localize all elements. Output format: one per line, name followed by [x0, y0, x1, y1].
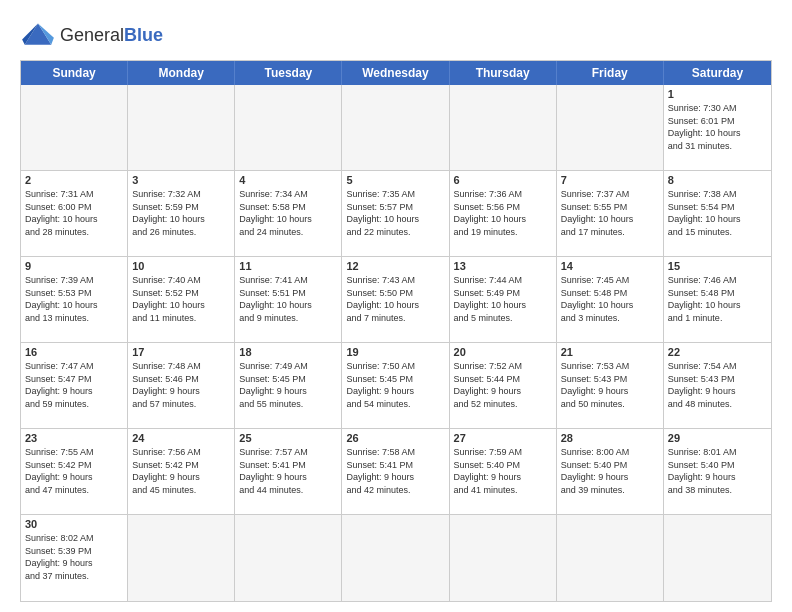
calendar-cell-r3c1: 17Sunrise: 7:48 AM Sunset: 5:46 PM Dayli… — [128, 343, 235, 428]
sun-info: Sunrise: 7:48 AM Sunset: 5:46 PM Dayligh… — [132, 360, 230, 410]
day-number: 23 — [25, 432, 123, 444]
day-number: 1 — [668, 88, 767, 100]
sun-info: Sunrise: 7:32 AM Sunset: 5:59 PM Dayligh… — [132, 188, 230, 238]
day-number: 14 — [561, 260, 659, 272]
calendar-cell-r5c6 — [664, 515, 771, 601]
weekday-header-monday: Monday — [128, 61, 235, 85]
sun-info: Sunrise: 8:02 AM Sunset: 5:39 PM Dayligh… — [25, 532, 123, 582]
calendar-body: 1Sunrise: 7:30 AM Sunset: 6:01 PM Daylig… — [21, 85, 771, 601]
calendar-cell-r2c0: 9Sunrise: 7:39 AM Sunset: 5:53 PM Daylig… — [21, 257, 128, 342]
calendar-cell-r3c0: 16Sunrise: 7:47 AM Sunset: 5:47 PM Dayli… — [21, 343, 128, 428]
day-number: 5 — [346, 174, 444, 186]
day-number: 16 — [25, 346, 123, 358]
calendar-cell-r4c6: 29Sunrise: 8:01 AM Sunset: 5:40 PM Dayli… — [664, 429, 771, 514]
weekday-header-wednesday: Wednesday — [342, 61, 449, 85]
calendar-cell-r1c1: 3Sunrise: 7:32 AM Sunset: 5:59 PM Daylig… — [128, 171, 235, 256]
calendar-cell-r3c5: 21Sunrise: 7:53 AM Sunset: 5:43 PM Dayli… — [557, 343, 664, 428]
day-number: 15 — [668, 260, 767, 272]
calendar-cell-r0c0 — [21, 85, 128, 170]
calendar-cell-r1c0: 2Sunrise: 7:31 AM Sunset: 6:00 PM Daylig… — [21, 171, 128, 256]
day-number: 8 — [668, 174, 767, 186]
calendar-cell-r4c3: 26Sunrise: 7:58 AM Sunset: 5:41 PM Dayli… — [342, 429, 449, 514]
sun-info: Sunrise: 7:30 AM Sunset: 6:01 PM Dayligh… — [668, 102, 767, 152]
calendar-cell-r4c2: 25Sunrise: 7:57 AM Sunset: 5:41 PM Dayli… — [235, 429, 342, 514]
sun-info: Sunrise: 8:00 AM Sunset: 5:40 PM Dayligh… — [561, 446, 659, 496]
calendar-cell-r0c6: 1Sunrise: 7:30 AM Sunset: 6:01 PM Daylig… — [664, 85, 771, 170]
calendar-cell-r0c1 — [128, 85, 235, 170]
calendar-cell-r2c1: 10Sunrise: 7:40 AM Sunset: 5:52 PM Dayli… — [128, 257, 235, 342]
day-number: 20 — [454, 346, 552, 358]
day-number: 21 — [561, 346, 659, 358]
sun-info: Sunrise: 7:38 AM Sunset: 5:54 PM Dayligh… — [668, 188, 767, 238]
calendar-row-0: 1Sunrise: 7:30 AM Sunset: 6:01 PM Daylig… — [21, 85, 771, 171]
sun-info: Sunrise: 7:40 AM Sunset: 5:52 PM Dayligh… — [132, 274, 230, 324]
day-number: 24 — [132, 432, 230, 444]
calendar-cell-r3c3: 19Sunrise: 7:50 AM Sunset: 5:45 PM Dayli… — [342, 343, 449, 428]
calendar-cell-r5c1 — [128, 515, 235, 601]
calendar-cell-r0c4 — [450, 85, 557, 170]
calendar-cell-r3c2: 18Sunrise: 7:49 AM Sunset: 5:45 PM Dayli… — [235, 343, 342, 428]
calendar-cell-r4c1: 24Sunrise: 7:56 AM Sunset: 5:42 PM Dayli… — [128, 429, 235, 514]
day-number: 27 — [454, 432, 552, 444]
logo-general: General — [60, 25, 124, 45]
sun-info: Sunrise: 7:50 AM Sunset: 5:45 PM Dayligh… — [346, 360, 444, 410]
calendar-cell-r0c2 — [235, 85, 342, 170]
calendar-row-2: 9Sunrise: 7:39 AM Sunset: 5:53 PM Daylig… — [21, 257, 771, 343]
calendar-cell-r2c5: 14Sunrise: 7:45 AM Sunset: 5:48 PM Dayli… — [557, 257, 664, 342]
sun-info: Sunrise: 7:59 AM Sunset: 5:40 PM Dayligh… — [454, 446, 552, 496]
sun-info: Sunrise: 7:44 AM Sunset: 5:49 PM Dayligh… — [454, 274, 552, 324]
weekday-header-friday: Friday — [557, 61, 664, 85]
calendar: SundayMondayTuesdayWednesdayThursdayFrid… — [20, 60, 772, 602]
day-number: 10 — [132, 260, 230, 272]
calendar-cell-r4c0: 23Sunrise: 7:55 AM Sunset: 5:42 PM Dayli… — [21, 429, 128, 514]
day-number: 3 — [132, 174, 230, 186]
sun-info: Sunrise: 7:34 AM Sunset: 5:58 PM Dayligh… — [239, 188, 337, 238]
sun-info: Sunrise: 7:54 AM Sunset: 5:43 PM Dayligh… — [668, 360, 767, 410]
sun-info: Sunrise: 7:37 AM Sunset: 5:55 PM Dayligh… — [561, 188, 659, 238]
calendar-cell-r0c5 — [557, 85, 664, 170]
sun-info: Sunrise: 7:45 AM Sunset: 5:48 PM Dayligh… — [561, 274, 659, 324]
sun-info: Sunrise: 7:35 AM Sunset: 5:57 PM Dayligh… — [346, 188, 444, 238]
sun-info: Sunrise: 7:31 AM Sunset: 6:00 PM Dayligh… — [25, 188, 123, 238]
calendar-cell-r3c4: 20Sunrise: 7:52 AM Sunset: 5:44 PM Dayli… — [450, 343, 557, 428]
calendar-cell-r3c6: 22Sunrise: 7:54 AM Sunset: 5:43 PM Dayli… — [664, 343, 771, 428]
day-number: 7 — [561, 174, 659, 186]
sun-info: Sunrise: 7:46 AM Sunset: 5:48 PM Dayligh… — [668, 274, 767, 324]
weekday-header-sunday: Sunday — [21, 61, 128, 85]
calendar-cell-r5c4 — [450, 515, 557, 601]
sun-info: Sunrise: 8:01 AM Sunset: 5:40 PM Dayligh… — [668, 446, 767, 496]
calendar-cell-r2c4: 13Sunrise: 7:44 AM Sunset: 5:49 PM Dayli… — [450, 257, 557, 342]
weekday-header-tuesday: Tuesday — [235, 61, 342, 85]
day-number: 12 — [346, 260, 444, 272]
calendar-cell-r5c3 — [342, 515, 449, 601]
logo: GeneralBlue — [20, 20, 163, 50]
sun-info: Sunrise: 7:41 AM Sunset: 5:51 PM Dayligh… — [239, 274, 337, 324]
calendar-row-4: 23Sunrise: 7:55 AM Sunset: 5:42 PM Dayli… — [21, 429, 771, 515]
day-number: 11 — [239, 260, 337, 272]
logo-blue: Blue — [124, 25, 163, 45]
calendar-cell-r1c3: 5Sunrise: 7:35 AM Sunset: 5:57 PM Daylig… — [342, 171, 449, 256]
calendar-cell-r1c5: 7Sunrise: 7:37 AM Sunset: 5:55 PM Daylig… — [557, 171, 664, 256]
calendar-row-5: 30Sunrise: 8:02 AM Sunset: 5:39 PM Dayli… — [21, 515, 771, 601]
day-number: 25 — [239, 432, 337, 444]
header: GeneralBlue — [20, 20, 772, 50]
generalblue-logo-icon — [20, 20, 56, 50]
day-number: 28 — [561, 432, 659, 444]
calendar-cell-r2c6: 15Sunrise: 7:46 AM Sunset: 5:48 PM Dayli… — [664, 257, 771, 342]
logo-text: GeneralBlue — [60, 25, 163, 46]
sun-info: Sunrise: 7:47 AM Sunset: 5:47 PM Dayligh… — [25, 360, 123, 410]
calendar-cell-r5c5 — [557, 515, 664, 601]
day-number: 2 — [25, 174, 123, 186]
day-number: 26 — [346, 432, 444, 444]
day-number: 18 — [239, 346, 337, 358]
day-number: 29 — [668, 432, 767, 444]
weekday-header-saturday: Saturday — [664, 61, 771, 85]
weekday-header-thursday: Thursday — [450, 61, 557, 85]
calendar-cell-r1c4: 6Sunrise: 7:36 AM Sunset: 5:56 PM Daylig… — [450, 171, 557, 256]
sun-info: Sunrise: 7:55 AM Sunset: 5:42 PM Dayligh… — [25, 446, 123, 496]
sun-info: Sunrise: 7:36 AM Sunset: 5:56 PM Dayligh… — [454, 188, 552, 238]
calendar-cell-r4c4: 27Sunrise: 7:59 AM Sunset: 5:40 PM Dayli… — [450, 429, 557, 514]
sun-info: Sunrise: 7:39 AM Sunset: 5:53 PM Dayligh… — [25, 274, 123, 324]
calendar-cell-r5c0: 30Sunrise: 8:02 AM Sunset: 5:39 PM Dayli… — [21, 515, 128, 601]
calendar-cell-r4c5: 28Sunrise: 8:00 AM Sunset: 5:40 PM Dayli… — [557, 429, 664, 514]
